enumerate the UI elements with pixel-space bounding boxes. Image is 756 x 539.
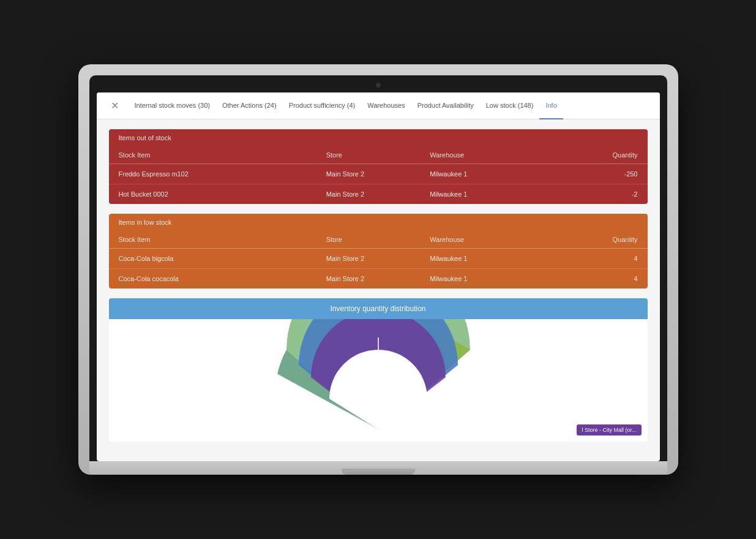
out-of-stock-header: Items out of stock [109,129,648,146]
col-store-2: Store [326,236,430,243]
chart-section: Inventory quantity distribution [109,298,648,442]
cell-stock-item: Coca-Cola cocacola [119,275,326,282]
cell-store: Main Store 2 [326,275,430,282]
low-stock-section: Items in low stock Stock Item Store Ware… [109,214,648,288]
col-store-1: Store [326,151,430,159]
col-stock-item-1: Stock Item [119,151,326,159]
cell-warehouse: Milwaukee 1 [430,255,534,262]
laptop-foot [342,469,415,475]
out-of-stock-col-headers: Stock Item Store Warehouse Quantity [109,146,648,164]
main-area: Items out of stock Stock Item Store Ware… [97,119,660,461]
laptop-frame: ✕ Internal stock moves (30) Other Action… [78,64,678,475]
cell-warehouse: Milwaukee 1 [430,190,534,198]
cell-quantity: -2 [534,190,638,198]
cell-store: Main Store 2 [326,255,430,262]
chart-svg [268,319,488,429]
nav-tabs: Internal stock moves (30) Other Actions … [129,92,563,119]
camera [376,83,381,88]
cell-stock-item: Hot Bucket 0002 [119,190,326,198]
cell-quantity: 4 [534,255,638,262]
laptop-base [89,461,667,475]
app-content: ✕ Internal stock moves (30) Other Action… [97,92,660,461]
chart-title: Inventory quantity distribution [109,298,648,319]
tab-warehouses[interactable]: Warehouses [361,92,411,119]
col-warehouse-1: Warehouse [430,151,534,159]
tab-internal-stock-moves[interactable]: Internal stock moves (30) [129,92,217,119]
cell-warehouse: Milwaukee 1 [430,170,534,178]
col-quantity-1: Quantity [534,151,638,159]
chart-tooltip: l Store - City Mall (or... [577,424,641,435]
cell-stock-item: Coca-Cola bigcola [119,255,326,262]
close-button[interactable]: ✕ [107,97,124,115]
low-stock-col-headers: Stock Item Store Warehouse Quantity [109,231,648,249]
low-stock-header: Items in low stock [109,214,648,231]
table-row: Freddo Espresso m102 Main Store 2 Milwau… [109,164,648,184]
tab-info[interactable]: Info [539,92,563,119]
table-row: Coca-Cola bigcola Main Store 2 Milwaukee… [109,249,648,269]
donut-chart [268,319,488,429]
cell-store: Main Store 2 [326,170,430,178]
low-stock-table: Stock Item Store Warehouse Quantity Coca… [109,231,648,288]
cell-warehouse: Milwaukee 1 [430,275,534,282]
col-stock-item-2: Stock Item [119,236,326,243]
col-warehouse-2: Warehouse [430,236,534,243]
close-icon: ✕ [111,100,119,111]
top-nav: ✕ Internal stock moves (30) Other Action… [97,92,660,119]
chart-body: l Store - City Mall (or... [109,319,648,442]
cell-stock-item: Freddo Espresso m102 [119,170,326,178]
table-row: Coca-Cola cocacola Main Store 2 Milwauke… [109,269,648,288]
cell-store: Main Store 2 [326,190,430,198]
tab-product-availability[interactable]: Product Availability [411,92,480,119]
col-quantity-2: Quantity [534,236,638,243]
tab-other-actions[interactable]: Other Actions (24) [216,92,283,119]
screen-bezel: ✕ Internal stock moves (30) Other Action… [89,75,667,461]
out-of-stock-section: Items out of stock Stock Item Store Ware… [109,129,648,204]
tab-product-sufficiency[interactable]: Product sufficiency (4) [283,92,362,119]
laptop-screen: ✕ Internal stock moves (30) Other Action… [97,92,660,461]
cell-quantity: -250 [534,170,638,178]
table-row: Hot Bucket 0002 Main Store 2 Milwaukee 1… [109,184,648,204]
tab-low-stock[interactable]: Low stock (148) [480,92,540,119]
out-of-stock-table: Stock Item Store Warehouse Quantity Fred… [109,146,648,204]
cell-quantity: 4 [534,275,638,282]
